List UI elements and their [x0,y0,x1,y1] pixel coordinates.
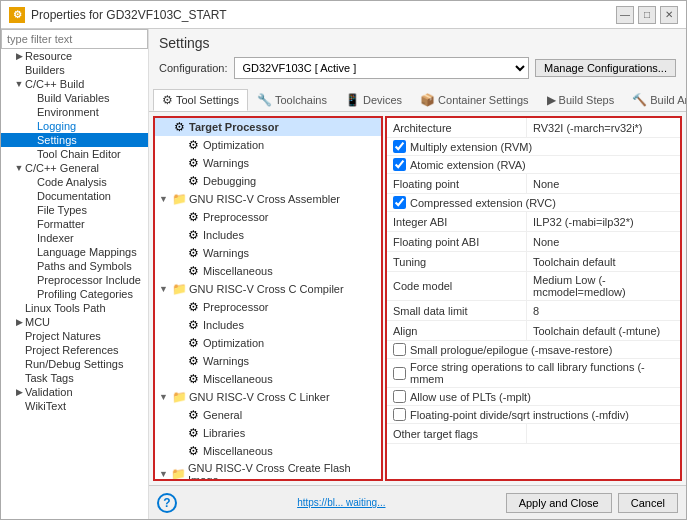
sidebar-item-project-refs[interactable]: Project References [1,343,148,357]
tab-tool-settings[interactable]: ⚙Tool Settings [153,89,248,111]
includes-asm-item-label: Includes [203,229,244,241]
prop-checkbox-2[interactable] [393,158,406,171]
sidebar-item-language-mappings[interactable]: Language Mappings [1,245,148,259]
tree-item-warnings-asm[interactable]: ⚙Warnings [155,244,381,262]
misc-c-item-label: Miscellaneous [203,373,273,385]
sidebar-item-run-debug[interactable]: Run/Debug Settings [1,357,148,371]
sidebar-item-project-natures[interactable]: Project Natures [1,329,148,343]
optimization-c-item-icon: ⚙ [185,336,201,350]
prop-val-6: None [527,232,680,251]
gnu-risc-c-item-icon: 📁 [171,282,187,296]
prop-key-10: Align [387,321,527,340]
sidebar-item-validation[interactable]: ▶Validation [1,385,148,399]
manage-configurations-button[interactable]: Manage Configurations... [535,59,676,77]
sidebar-item-linux-tools[interactable]: Linux Tools Path [1,301,148,315]
libraries-linker-item-icon: ⚙ [185,426,201,440]
right-panel: Settings Configuration: GD32VF103C [ Act… [149,29,686,519]
tree-item-includes-c[interactable]: ⚙Includes [155,316,381,334]
sidebar-item-task-tags[interactable]: Task Tags [1,371,148,385]
gnu-risc-flash-item-label: GNU RISC-V Cross Create Flash Image [188,462,377,481]
apply-and-close-button[interactable]: Apply and Close [506,493,612,513]
sidebar-item-settings[interactable]: Settings [1,133,148,147]
sidebar-item-build-vars[interactable]: Build Variables [1,91,148,105]
sidebar-item-logging[interactable]: Logging [1,119,148,133]
prop-key-7: Tuning [387,252,527,271]
tree-item-gnu-risc-linker[interactable]: ▼📁GNU RISC-V Cross C Linker [155,388,381,406]
window-title: Properties for GD32VF103C_START [31,8,227,22]
misc-asm-item-icon: ⚙ [185,264,201,278]
sidebar-item-cpp-build[interactable]: ▼C/C++ Build [1,77,148,91]
minimize-button[interactable]: — [616,6,634,24]
tree-item-gnu-risc-flash[interactable]: ▼📁GNU RISC-V Cross Create Flash Image [155,460,381,481]
prop-checkbox-14[interactable] [393,408,406,421]
sidebar-item-indexer[interactable]: Indexer [1,231,148,245]
tab-toolchains[interactable]: 🔧Toolchains [248,89,336,111]
tab-build-artifact[interactable]: 🔨Build Artifac... [623,89,686,111]
tab-container-settings[interactable]: 📦Container Settings [411,89,538,111]
sidebar-item-cpp-general[interactable]: ▼C/C++ General [1,161,148,175]
sidebar-item-tool-chain-editor[interactable]: Tool Chain Editor [1,147,148,161]
tree-item-libraries-linker[interactable]: ⚙Libraries [155,424,381,442]
sidebar-item-paths-symbols[interactable]: Paths and Symbols [1,259,148,273]
sidebar-item-formatter[interactable]: Formatter [1,217,148,231]
prop-row-2: Atomic extension (RVA) [387,156,680,174]
prop-checkbox-4[interactable] [393,196,406,209]
prop-key-5: Integer ABI [387,212,527,231]
prop-key-15: Other target flags [387,424,527,443]
close-button[interactable]: ✕ [660,6,678,24]
tab-devices[interactable]: 📱Devices [336,89,411,111]
build-steps-tab-label: Build Steps [559,94,615,106]
prop-key-3: Floating point [387,174,527,193]
prop-val-15[interactable] [527,424,680,443]
tree-item-target-processor[interactable]: ⚙Target Processor [155,118,381,136]
prop-checkbox-12[interactable] [393,367,406,380]
tree-item-preprocessor-c[interactable]: ⚙Preprocessor [155,298,381,316]
tree-item-misc-c[interactable]: ⚙Miscellaneous [155,370,381,388]
titlebar-controls[interactable]: — □ ✕ [616,6,678,24]
tree-item-misc-linker[interactable]: ⚙Miscellaneous [155,442,381,460]
sidebar-item-documentation[interactable]: Documentation [1,189,148,203]
gnu-risc-assembler-item-label: GNU RISC-V Cross Assembler [189,193,340,205]
tree-item-gnu-risc-assembler[interactable]: ▼📁GNU RISC-V Cross Assembler [155,190,381,208]
sidebar-item-profiling[interactable]: Profiling Categories [1,287,148,301]
filter-input[interactable] [1,29,148,49]
bottom-bar: ? https://bl... waiting... Apply and Clo… [149,485,686,519]
warnings-asm-item-label: Warnings [203,247,249,259]
sidebar-item-code-analysis[interactable]: Code Analysis [1,175,148,189]
prop-row-15: Other target flags [387,424,680,444]
prop-row-12: Force string operations to call library … [387,359,680,388]
prop-checkbox-label-14: Floating-point divide/sqrt instructions … [410,409,629,421]
tree-item-misc-asm[interactable]: ⚙Miscellaneous [155,262,381,280]
sidebar-item-wikitext[interactable]: WikiText [1,399,148,413]
tab-build-steps[interactable]: ▶Build Steps [538,89,624,111]
optimization-item-icon: ⚙ [185,138,201,152]
tree-item-warnings-c[interactable]: ⚙Warnings [155,352,381,370]
tree-item-preprocessor-asm[interactable]: ⚙Preprocessor [155,208,381,226]
prop-checkbox-11[interactable] [393,343,406,356]
prop-checkbox-label-4: Compressed extension (RVC) [410,197,556,209]
config-row: Configuration: GD32VF103C [ Active ] Man… [159,57,676,79]
tree-item-gnu-risc-c[interactable]: ▼📁GNU RISC-V Cross C Compiler [155,280,381,298]
cancel-button[interactable]: Cancel [618,493,678,513]
preprocessor-asm-item-icon: ⚙ [185,210,201,224]
tree-item-general-linker[interactable]: ⚙General [155,406,381,424]
prop-checkbox-13[interactable] [393,390,406,403]
prop-input-15[interactable] [533,428,674,440]
help-button[interactable]: ? [157,493,177,513]
sidebar-item-environment[interactable]: Environment [1,105,148,119]
sidebar-item-builders[interactable]: Builders [1,63,148,77]
tree-item-optimization-c[interactable]: ⚙Optimization [155,334,381,352]
tree-item-debugging[interactable]: ⚙Debugging [155,172,381,190]
tree-item-includes-asm[interactable]: ⚙Includes [155,226,381,244]
sidebar-item-preprocessor-include[interactable]: Preprocessor Include [1,273,148,287]
maximize-button[interactable]: □ [638,6,656,24]
sidebar-item-resource[interactable]: ▶Resource [1,49,148,63]
sidebar-item-file-types[interactable]: File Types [1,203,148,217]
sidebar-item-mcu[interactable]: ▶MCU [1,315,148,329]
misc-linker-item-label: Miscellaneous [203,445,273,457]
config-select[interactable]: GD32VF103C [ Active ] [234,57,530,79]
tree-item-optimization[interactable]: ⚙Optimization [155,136,381,154]
tree-item-warnings[interactable]: ⚙Warnings [155,154,381,172]
includes-asm-item-icon: ⚙ [185,228,201,242]
prop-checkbox-1[interactable] [393,140,406,153]
